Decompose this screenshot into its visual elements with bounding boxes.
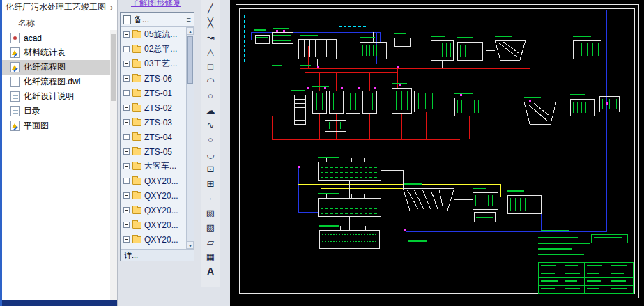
tool-insert-block-icon[interactable]: ⊡ xyxy=(202,162,219,176)
palette-item[interactable]: ZTS-02 xyxy=(121,100,186,115)
dwg-file-icon xyxy=(10,47,20,58)
palette-item-label: 05旋流... xyxy=(144,29,177,40)
tree-collapse-icon[interactable] xyxy=(123,163,130,169)
palette-item-label: QXY20... xyxy=(144,206,178,215)
tree-collapse-icon[interactable] xyxy=(123,236,130,243)
scroll-down-icon[interactable]: ▼ xyxy=(187,241,194,249)
file-list: acad材料统计表化纤流程图化纤流程图.dwl化纤设计说明目录平面图 xyxy=(0,31,117,133)
palette-scrollbar-thumb[interactable] xyxy=(187,36,193,84)
tool-ellipse-icon[interactable]: ○ xyxy=(202,132,219,147)
palette-details-section[interactable]: 详... xyxy=(121,249,194,261)
tree-collapse-icon[interactable] xyxy=(123,119,130,125)
palette-scrollbar[interactable]: ▲ ▼ xyxy=(186,27,194,249)
palette-item[interactable]: 05旋流... xyxy=(121,27,186,42)
folder-icon xyxy=(132,148,141,155)
tree-collapse-icon[interactable] xyxy=(123,148,130,155)
palette-tree: 05旋流...02总平...03工艺...ZTS-06ZTS-01ZTS-02Z… xyxy=(121,27,194,247)
explorer-scrollbar-thumb[interactable] xyxy=(111,34,116,101)
folder-icon xyxy=(132,75,141,82)
palette-item-label: ZTS-04 xyxy=(144,132,172,142)
tool-arc-icon[interactable]: ◠ xyxy=(202,74,219,89)
palette-item[interactable]: ZTS-04 xyxy=(121,130,186,144)
acad-file-icon xyxy=(10,33,20,43)
palette-item[interactable]: QXY20... xyxy=(121,203,186,217)
folder-icon xyxy=(132,163,141,170)
drawing-repair-link[interactable]: 了解图形修复 xyxy=(131,0,181,9)
palette-item[interactable]: QXY20... xyxy=(121,232,186,247)
file-item[interactable]: 化纤流程图.dwl xyxy=(0,75,110,89)
tool-ellipse-arc-icon[interactable]: ◡ xyxy=(202,147,219,162)
tool-polygon-icon[interactable]: △ xyxy=(202,45,219,59)
explorer-scrollbar[interactable] xyxy=(110,30,117,300)
file-item[interactable]: 材料统计表 xyxy=(0,45,110,60)
chevron-right-icon: › xyxy=(110,3,113,13)
tool-rectangle-icon[interactable]: □ xyxy=(202,59,219,74)
palette-item[interactable]: ZTS-01 xyxy=(121,86,186,100)
tool-line-icon[interactable]: ╱ xyxy=(202,1,219,15)
dwg-file-icon xyxy=(10,62,20,72)
file-name: 材料统计表 xyxy=(24,47,66,59)
breadcrumb-folder-name[interactable]: 化纤厂污水处理工艺竣工图 xyxy=(6,1,106,13)
file-item[interactable]: acad xyxy=(0,31,110,45)
tool-construction-line-icon[interactable]: ╳ xyxy=(202,15,219,30)
tree-collapse-icon[interactable] xyxy=(123,90,130,96)
file-name: acad xyxy=(24,33,42,43)
tool-revision-cloud-icon[interactable]: ☁ xyxy=(202,103,219,118)
tree-collapse-icon[interactable] xyxy=(123,105,130,111)
tool-polyline-icon[interactable]: ↝ xyxy=(202,30,219,45)
palette-item[interactable]: 02总平... xyxy=(121,42,186,56)
palette-item[interactable]: ZTS-03 xyxy=(121,115,186,130)
folder-icon xyxy=(132,178,141,185)
palette-menu-icon[interactable]: ≡ xyxy=(187,16,191,24)
tree-collapse-icon[interactable] xyxy=(123,61,130,67)
tool-circle-icon[interactable]: ○ xyxy=(202,89,219,103)
tree-collapse-icon[interactable] xyxy=(123,192,130,199)
file-item[interactable]: 平面图 xyxy=(0,118,110,133)
palette-item[interactable]: QXY20... xyxy=(121,174,186,188)
tool-hatch-icon[interactable]: ▨ xyxy=(202,206,219,220)
palette-item[interactable]: ZTS-06 xyxy=(121,71,186,86)
tree-collapse-icon[interactable] xyxy=(123,31,130,38)
tool-spline-icon[interactable]: ∿ xyxy=(202,118,219,132)
tool-point-icon[interactable]: ∙ xyxy=(202,191,219,206)
window-left-edge xyxy=(0,0,2,306)
tool-make-block-icon[interactable]: ⊞ xyxy=(202,176,219,191)
doc-file-icon xyxy=(10,106,20,116)
tool-region-icon[interactable]: ▱ xyxy=(202,235,219,250)
tree-collapse-icon[interactable] xyxy=(123,134,130,140)
breadcrumb[interactable]: 化纤厂污水处理工艺竣工图 › xyxy=(0,0,117,15)
draw-toolbar: ╱╳↝△□◠○☁∿○◡⊡⊞∙▨▧▱▦A xyxy=(201,0,220,287)
tool-table-icon[interactable]: ▦ xyxy=(202,250,219,264)
tree-collapse-icon[interactable] xyxy=(123,46,130,52)
palette-item-label: QXY20... xyxy=(144,191,178,201)
palette-item[interactable]: 大客车... xyxy=(121,159,186,174)
folder-icon xyxy=(132,192,141,199)
tree-collapse-icon[interactable] xyxy=(123,75,130,82)
tool-gradient-icon[interactable]: ▧ xyxy=(202,220,219,235)
tree-collapse-icon[interactable] xyxy=(123,207,130,213)
file-name: 化纤设计说明 xyxy=(24,91,74,102)
palette-header[interactable]: 备... ≡ xyxy=(121,13,194,27)
palette-item[interactable]: 03工艺... xyxy=(121,56,186,71)
tool-mtext-icon[interactable]: A xyxy=(202,264,219,279)
palette-item-label: QXY20... xyxy=(144,176,178,186)
folder-icon xyxy=(132,222,141,229)
drawing-canvas[interactable] xyxy=(230,0,644,306)
palette-item[interactable]: QXY20... xyxy=(121,188,186,203)
file-item[interactable]: 化纤流程图 xyxy=(0,60,110,75)
scroll-up-icon[interactable]: ▲ xyxy=(187,27,194,35)
palette-item-label: QXY20... xyxy=(144,235,178,245)
palette-item[interactable]: QXY20... xyxy=(121,217,186,232)
column-header-name[interactable]: 名称 xyxy=(0,15,117,31)
file-item[interactable]: 目录 xyxy=(0,104,110,118)
palette-item-label: 03工艺... xyxy=(144,58,177,70)
folder-icon xyxy=(132,236,141,243)
palette-details-label: 详... xyxy=(124,250,138,261)
folder-icon xyxy=(132,31,141,38)
file-item[interactable]: 化纤设计说明 xyxy=(0,89,110,104)
tree-collapse-icon[interactable] xyxy=(123,222,130,228)
tree-collapse-icon[interactable] xyxy=(123,178,130,184)
palette-item[interactable]: ZTS-05 xyxy=(121,144,186,159)
document-icon xyxy=(123,15,131,24)
column-header-label: 名称 xyxy=(18,17,35,29)
